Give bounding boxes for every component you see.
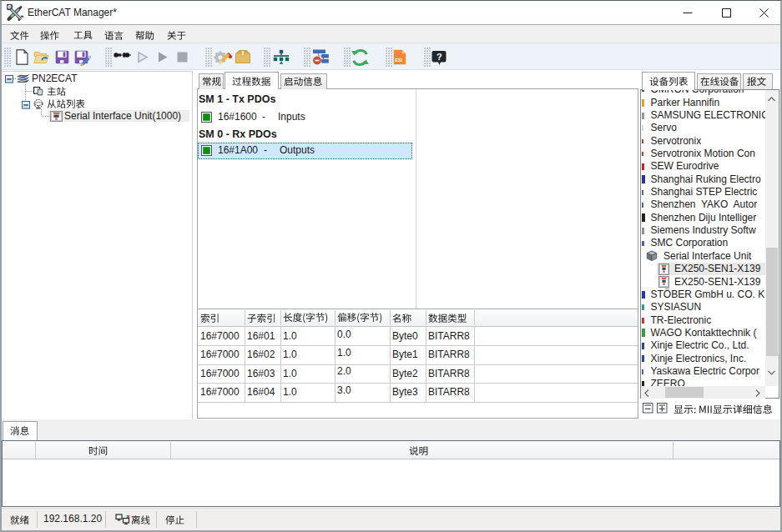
svg-text:ESI: ESI <box>395 58 402 63</box>
svg-text:?: ? <box>436 52 442 62</box>
